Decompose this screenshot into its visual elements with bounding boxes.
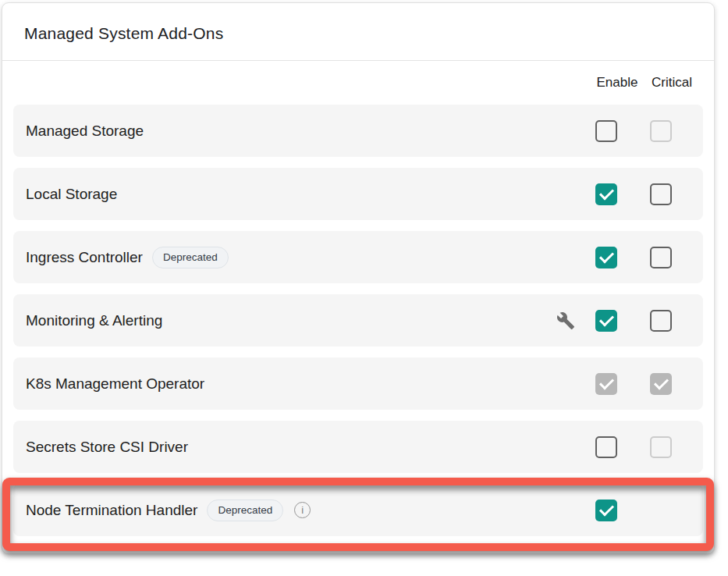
critical-cell (634, 310, 688, 332)
addon-row-main: Local Storage (26, 186, 579, 203)
critical-checkbox[interactable] (650, 247, 672, 268)
addon-row-main: K8s Management Operator (26, 375, 579, 393)
addon-row-highlighted: Node Termination HandlerDeprecatedi (13, 484, 703, 536)
critical-checkbox (650, 436, 672, 458)
enable-cell (579, 120, 634, 142)
column-header-critical: Critical (645, 75, 699, 91)
addon-name: Secrets Store CSI Driver (26, 439, 188, 456)
addon-row: Managed Storage (13, 105, 703, 157)
critical-checkbox (650, 373, 672, 395)
addon-row-main: Monitoring & Alerting (26, 312, 556, 329)
addon-name: Monitoring & Alerting (26, 312, 162, 329)
column-headers: Enable Critical (2, 61, 714, 105)
info-icon[interactable]: i (294, 502, 311, 518)
wrench-icon (556, 311, 576, 331)
critical-checkbox[interactable] (650, 310, 672, 332)
critical-cell (634, 247, 688, 268)
addon-row: Monitoring & Alerting (13, 294, 703, 347)
addon-name: K8s Management Operator (26, 375, 204, 393)
addon-row: Secrets Store CSI Driver (13, 421, 703, 473)
enable-checkbox[interactable] (595, 183, 617, 205)
addon-rows-list: Managed StorageLocal StorageIngress Cont… (2, 105, 714, 536)
addon-row: Ingress ControllerDeprecated (13, 231, 703, 283)
addons-card: Managed System Add-Ons Enable Critical M… (2, 2, 715, 554)
enable-cell (579, 500, 634, 521)
critical-cell (634, 373, 688, 395)
critical-cell (634, 436, 688, 458)
critical-checkbox (650, 120, 672, 142)
enable-checkbox[interactable] (595, 247, 617, 268)
addon-name: Node Termination Handler (26, 502, 197, 519)
enable-cell (579, 310, 634, 332)
critical-cell (634, 120, 688, 142)
enable-checkbox[interactable] (595, 500, 617, 521)
enable-checkbox[interactable] (595, 436, 617, 458)
enable-checkbox[interactable] (595, 120, 617, 142)
addon-name: Local Storage (26, 186, 117, 203)
enable-cell (579, 373, 634, 395)
addon-row-main: Node Termination HandlerDeprecatedi (26, 500, 579, 521)
deprecated-badge: Deprecated (152, 247, 229, 268)
addon-row-main: Ingress ControllerDeprecated (26, 247, 579, 268)
deprecated-badge: Deprecated (207, 500, 283, 521)
addon-row-main: Secrets Store CSI Driver (26, 439, 579, 456)
addon-row: Local Storage (13, 168, 703, 220)
addon-row-main: Managed Storage (26, 123, 579, 140)
enable-cell (579, 247, 634, 268)
addon-name: Managed Storage (26, 123, 144, 140)
enable-checkbox[interactable] (595, 310, 617, 332)
enable-cell (579, 183, 634, 205)
enable-checkbox (595, 373, 617, 395)
column-header-enable: Enable (590, 75, 645, 91)
card-header: Managed System Add-Ons (2, 3, 714, 61)
enable-cell (579, 436, 634, 458)
addon-row: K8s Management Operator (13, 357, 703, 410)
addon-name: Ingress Controller (26, 249, 143, 266)
critical-cell (634, 183, 688, 205)
page-title: Managed System Add-Ons (24, 24, 692, 43)
critical-checkbox[interactable] (650, 183, 672, 205)
